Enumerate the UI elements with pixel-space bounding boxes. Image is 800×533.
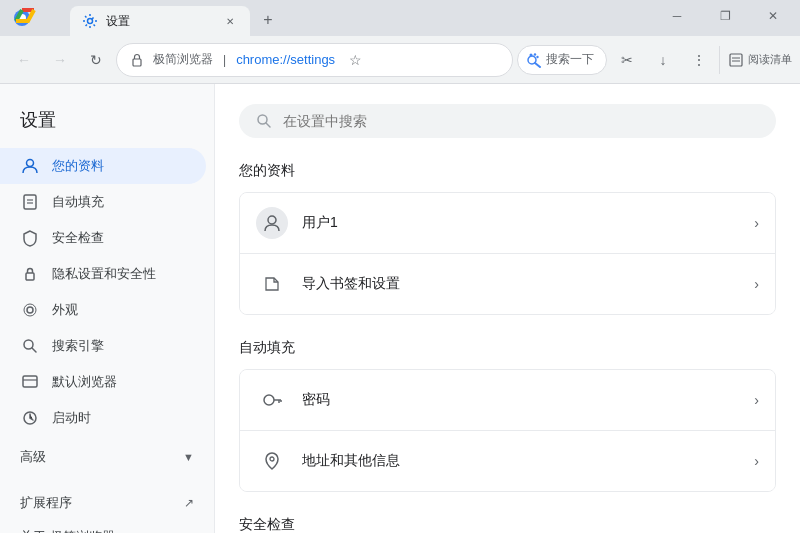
sidebar-item-privacy[interactable]: 隐私设置和安全性	[0, 256, 206, 292]
sidebar-item-startup[interactable]: 启动时	[0, 400, 206, 436]
advanced-label: 高级	[20, 448, 46, 466]
reading-list-icon	[728, 52, 744, 68]
svg-point-5	[530, 53, 533, 56]
password-item[interactable]: 密码 ›	[240, 370, 775, 431]
extensions-label: 扩展程序	[20, 494, 172, 512]
password-chevron-icon: ›	[754, 392, 759, 408]
sidebar-appearance-label: 外观	[52, 301, 78, 319]
sidebar-privacy-label: 隐私设置和安全性	[52, 265, 156, 283]
sidebar-item-search[interactable]: 搜索引擎	[0, 328, 206, 364]
restore-button[interactable]: ❐	[702, 0, 748, 32]
svg-point-7	[536, 55, 538, 57]
profile-card: 用户1 › 导入书签和设置 ›	[239, 192, 776, 315]
sidebar-item-safety[interactable]: 安全检查	[0, 220, 206, 256]
svg-rect-16	[26, 273, 34, 280]
svg-point-27	[264, 395, 274, 405]
tab-close-btn[interactable]: ✕	[222, 13, 238, 29]
password-icon	[256, 384, 288, 416]
import-chevron-icon: ›	[754, 276, 759, 292]
titlebar: 设置 ✕ + ─ ❐ ✕	[0, 0, 800, 36]
autofill-icon	[20, 192, 40, 212]
address-url: chrome://settings	[236, 52, 335, 67]
sidebar-item-appearance[interactable]: 外观	[0, 292, 206, 328]
reading-list-label: 阅读清单	[748, 52, 792, 67]
close-button[interactable]: ✕	[750, 0, 796, 32]
main-content: 设置 您的资料 自动填充 安全检查 隐私设置和安全性	[0, 84, 800, 533]
startup-icon	[20, 408, 40, 428]
user1-chevron-icon: ›	[754, 215, 759, 231]
external-link-icon: ↗	[184, 496, 194, 510]
sidebar-startup-label: 启动时	[52, 409, 91, 427]
address-bar[interactable]: 极简浏览器 | chrome://settings ☆	[116, 43, 513, 77]
settings-content: 您的资料 用户1 › 导入书签和设置 › 自动填充	[215, 84, 800, 533]
svg-rect-3	[133, 59, 141, 66]
tab-settings-icon	[82, 13, 98, 29]
sidebar-item-extensions[interactable]: 扩展程序 ↗	[0, 486, 214, 520]
minimize-button[interactable]: ─	[654, 0, 700, 32]
safety-icon	[20, 228, 40, 248]
search-box[interactable]: 搜索一下	[517, 45, 607, 75]
bookmark-star-icon[interactable]: ☆	[343, 48, 367, 72]
sidebar-item-browser[interactable]: 默认浏览器	[0, 364, 206, 400]
settings-search-bar[interactable]	[239, 104, 776, 138]
svg-line-8	[535, 63, 540, 67]
browser-icon	[20, 372, 40, 392]
address-lock-icon	[129, 52, 145, 68]
svg-point-31	[270, 457, 274, 461]
tab-area: 设置 ✕ +	[0, 0, 282, 36]
svg-point-26	[268, 216, 276, 224]
sidebar-search-label: 搜索引擎	[52, 337, 104, 355]
advanced-chevron-icon: ▼	[183, 451, 194, 463]
svg-line-25	[266, 123, 270, 127]
toolbar-right: ✂ ↓ ⋮	[611, 44, 715, 76]
sidebar-browser-label: 默认浏览器	[52, 373, 117, 391]
navbar: ← → ↻ 极简浏览器 | chrome://settings ☆ 搜索一下 ✂…	[0, 36, 800, 84]
sidebar-title: 设置	[0, 100, 214, 148]
address-chevron-icon: ›	[754, 453, 759, 469]
sidebar-item-about[interactable]: 关于 极简浏览器	[0, 520, 214, 533]
svg-point-12	[27, 160, 34, 167]
privacy-icon	[20, 264, 40, 284]
settings-search-input[interactable]	[283, 113, 760, 129]
svg-point-2	[88, 19, 93, 24]
back-button[interactable]: ←	[8, 44, 40, 76]
autofill-card: 密码 › 地址和其他信息 ›	[239, 369, 776, 492]
about-label: 关于 极简浏览器	[20, 528, 115, 533]
sidebar-safety-label: 安全检查	[52, 229, 104, 247]
sidebar: 设置 您的资料 自动填充 安全检查 隐私设置和安全性	[0, 84, 215, 533]
cut-icon[interactable]: ✂	[611, 44, 643, 76]
svg-rect-9	[730, 54, 742, 66]
new-tab-button[interactable]: +	[254, 6, 282, 34]
active-tab[interactable]: 设置 ✕	[70, 6, 250, 36]
tab-title: 设置	[106, 13, 214, 30]
profile-icon	[20, 156, 40, 176]
import-item[interactable]: 导入书签和设置 ›	[240, 254, 775, 314]
svg-point-17	[27, 307, 33, 313]
svg-point-6	[534, 53, 536, 55]
download-icon[interactable]: ↓	[647, 44, 679, 76]
chrome-logo	[8, 4, 36, 32]
autofill-section-title: 自动填充	[239, 339, 776, 357]
window-controls: ─ ❐ ✕	[654, 0, 800, 32]
reading-list-btn[interactable]: 阅读清单	[719, 46, 792, 74]
svg-rect-21	[23, 376, 37, 387]
import-icon	[256, 268, 288, 300]
advanced-section[interactable]: 高级 ▼	[0, 436, 214, 470]
reload-button[interactable]: ↻	[80, 44, 112, 76]
settings-search-icon	[255, 112, 273, 130]
address-label: 地址和其他信息	[302, 452, 740, 470]
address-item[interactable]: 地址和其他信息 ›	[240, 431, 775, 491]
sidebar-autofill-label: 自动填充	[52, 193, 104, 211]
forward-button[interactable]: →	[44, 44, 76, 76]
sidebar-item-profile[interactable]: 您的资料	[0, 148, 206, 184]
sidebar-item-autofill[interactable]: 自动填充	[0, 184, 206, 220]
address-icon	[256, 445, 288, 477]
menu-icon[interactable]: ⋮	[683, 44, 715, 76]
appearance-icon	[20, 300, 40, 320]
paw-icon	[526, 52, 542, 68]
svg-line-20	[32, 348, 36, 352]
search-box-label: 搜索一下	[546, 51, 594, 68]
sidebar-profile-label: 您的资料	[52, 157, 104, 175]
svg-point-18	[24, 304, 36, 316]
user1-item[interactable]: 用户1 ›	[240, 193, 775, 254]
